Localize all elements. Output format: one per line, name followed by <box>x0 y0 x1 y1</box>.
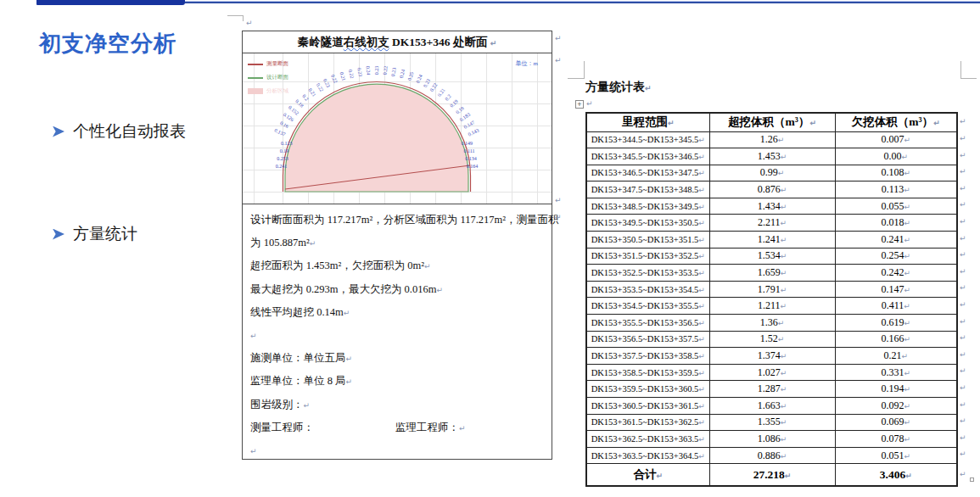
table-row: DK153+344.5~DK153+345.5↵1.26↵0.007↵ <box>586 131 957 148</box>
table-cell: 0.166↵ <box>835 331 957 348</box>
report-body-text-run: 设计断面面积为 117.217m²，分析区域面积为 117.217m²，测量面积 <box>250 214 559 226</box>
report-document: 秦岭隧道右线初支 DK153+346 处断面 ↵ 测量断面设计断面分析区域 单位… <box>242 31 552 460</box>
cell-value: 1.086 <box>758 433 781 444</box>
cell-value: 1.355 <box>758 416 781 427</box>
cell-value: DK153+351.5~DK153+352.5 <box>591 251 699 260</box>
table-cell: 1.52↵ <box>709 331 835 348</box>
report-body-line: 超挖面积为 1.453m²，欠挖面积为 0m²↵ <box>250 254 544 277</box>
table-cell: DK153+351.5~DK153+352.5↵ <box>586 248 709 265</box>
paragraph-mark: ↵ <box>781 286 787 294</box>
table-row: DK153+345.5~DK153+346.5↵1.453↵0.00↵ <box>586 148 957 165</box>
table-cell: DK153+352.5~DK153+353.5↵ <box>586 265 709 282</box>
arc-measurement-label: 0.164 <box>462 164 481 169</box>
bullet-arrow-icon <box>53 229 64 240</box>
cell-value: DK153+352.5~DK153+353.5 <box>591 268 699 277</box>
paragraph-mark: ↵ <box>904 269 910 277</box>
bullet-arrow-icon <box>53 126 64 137</box>
volume-statistics-table: 里程范围↵超挖体积（m³）↵欠挖体积（m³）↵ DK153+344.5~DK15… <box>585 112 958 487</box>
legend-swatch <box>248 77 263 79</box>
text-boundary-mark <box>960 78 977 79</box>
table-cell: DK153+353.5~DK153+354.5↵ <box>586 281 709 298</box>
text-boundary-mark <box>584 61 585 79</box>
cell-value: 1.241 <box>758 233 781 245</box>
table-cell: DK153+344.5~DK153+345.5↵ <box>586 131 709 148</box>
table-cell: DK153+356.5~DK153+357.5↵ <box>586 331 709 348</box>
cell-value: DK153+362.5~DK153+363.5 <box>591 434 699 444</box>
table-cell: 0.007↵ <box>835 131 957 148</box>
arc-measurement-label: 0.134 <box>462 156 480 161</box>
report-body-text-run: 为 105.887m² <box>250 237 310 248</box>
paragraph-mark: ↵ <box>901 153 908 161</box>
row-end-mark: ↵ <box>960 380 966 397</box>
column-header-text: 超挖体积（m³） <box>728 115 809 128</box>
report-body-text: 设计断面面积为 117.217m²，分析区域面积为 117.217m²，测量面积… <box>243 204 552 462</box>
paragraph-mark: ↵ <box>698 369 705 377</box>
table-cell: 1.086↵ <box>709 431 835 448</box>
paragraph-mark: ↵ <box>698 286 705 294</box>
table-cell: DK153+357.5~DK153+358.5↵ <box>586 348 709 365</box>
cell-value: 0.411 <box>882 299 904 311</box>
cell-value: DK153+346.5~DK153+347.5 <box>591 168 699 177</box>
unit-label: 单位：m <box>516 59 538 68</box>
table-cell: 1.287↵ <box>709 381 835 398</box>
table-cell: 1.211↵ <box>709 298 835 315</box>
paragraph-mark: ↵ <box>781 352 787 360</box>
table-cell: DK153+358.5~DK153+359.5↵ <box>586 364 709 381</box>
paragraph-mark: ↵ <box>778 169 785 177</box>
paragraph-mark: ↵ <box>698 385 705 394</box>
table-cell: 0.21↵ <box>835 348 957 365</box>
table-row: DK153+355.5~DK153+356.5↵1.36↵0.619↵ <box>586 315 957 332</box>
cell-value: 1.027 <box>758 366 781 378</box>
cell-value: 0.147 <box>881 283 904 295</box>
stats-table-heading-text: 方量统计表 <box>585 81 645 93</box>
cell-value: 3.406 <box>880 468 905 481</box>
legend-item: 设计断面 <box>248 74 288 81</box>
paragraph-mark: ↵ <box>698 335 705 343</box>
table-cell: DK153+348.5~DK153+349.5↵ <box>586 198 709 215</box>
report-body-text-run: 监理单位：单位 8 局 <box>250 375 346 387</box>
cell-value: DK153+355.5~DK153+356.5 <box>591 318 699 327</box>
cell-value: 1.453 <box>758 150 781 162</box>
report-body-line: 设计断面面积为 117.217m²，分析区域面积为 117.217m²，测量面积 <box>250 209 544 232</box>
table-cell: 0.411↵ <box>835 298 957 315</box>
table-cell: DK153+362.5~DK153+363.5↵ <box>586 431 709 448</box>
table-row: DK153+347.5~DK153+348.5↵0.876↵0.113↵ <box>586 181 957 198</box>
page-title: 初支净空分析 <box>39 29 176 59</box>
total-cell: 27.218↵ <box>709 464 835 486</box>
paragraph-mark: ↵ <box>809 119 816 127</box>
paragraph-mark: ↵ <box>778 319 785 327</box>
table-header: 里程范围↵超挖体积（m³）↵欠挖体积（m³）↵ <box>586 113 957 131</box>
top-accent-bar <box>36 0 185 5</box>
cell-value: 1.534 <box>758 249 781 261</box>
row-end-mark: ↵ <box>960 463 966 485</box>
table-row: DK153+356.5~DK153+357.5↵1.52↵0.166↵ <box>586 331 957 348</box>
paragraph-mark: ↵ <box>346 355 353 363</box>
paragraph-mark: ↵ <box>904 435 910 444</box>
paragraph-mark: ↵ <box>698 236 705 244</box>
paragraph-mark: ↵ <box>346 377 353 386</box>
column-header-text: 里程范围 <box>622 115 668 128</box>
paragraph-mark: ↵ <box>781 452 787 461</box>
row-end-mark: ↵ <box>960 413 966 430</box>
table-row: DK153+358.5~DK153+359.5↵1.027↵0.331↵ <box>586 364 957 381</box>
report-body-line: 线性平均超挖 0.14m↵ <box>250 301 544 324</box>
cell-value: 1.26 <box>760 133 778 145</box>
paragraph-mark: ↵ <box>904 418 910 427</box>
column-header: 超挖体积（m³）↵ <box>709 113 835 131</box>
table-cell: 0.331↵ <box>835 364 957 381</box>
legend-item: 分析区域 <box>248 87 288 95</box>
cell-value: 1.36 <box>760 316 778 328</box>
paragraph-mark: ↵ <box>904 286 910 294</box>
table-cell: 0.108↵ <box>835 165 957 181</box>
table-cell: 1.663↵ <box>709 398 835 415</box>
row-end-mark: ↵ <box>960 446 966 463</box>
cell-value: 0.254 <box>881 249 904 261</box>
cell-value: 0.108 <box>881 166 904 178</box>
cell-value: 1.791 <box>758 283 781 295</box>
cell-value: 1.287 <box>758 383 781 394</box>
row-end-mark: ↵ <box>960 330 966 347</box>
paragraph-mark: ↵ <box>781 186 787 194</box>
table-cell: 1.355↵ <box>709 414 835 431</box>
total-cell: 3.406↵ <box>835 464 957 486</box>
table-cell: 0.00↵ <box>835 148 957 165</box>
